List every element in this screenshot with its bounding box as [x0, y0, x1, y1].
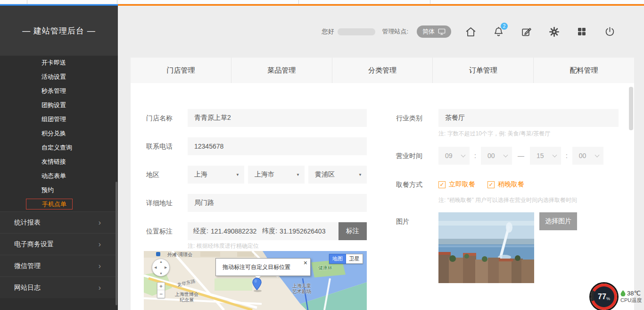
apps-grid-icon[interactable]: [576, 25, 588, 38]
cpu-usage-gauge: 77%: [591, 284, 617, 310]
location-label: 位置标注: [146, 222, 173, 240]
sidebar-item[interactable]: 秒杀管理: [0, 84, 118, 98]
industry-note: 注: 字数不超过10个字，例: 美食/粤菜/茶餐厅: [438, 130, 550, 138]
topbar: 您好 管理站点: 简体 2: [118, 6, 644, 58]
sidebar-item[interactable]: 动态表单: [0, 169, 118, 183]
pan-right-icon: ▶: [165, 266, 167, 269]
sidebar-section-wechat[interactable]: 微信管理 ›: [0, 255, 118, 276]
map-type-satellite-button[interactable]: 卫星: [346, 254, 363, 264]
sidebar-section-logs[interactable]: 网站日志 ›: [0, 276, 118, 298]
pickup-later-checkbox[interactable]: ✓: [487, 181, 495, 188]
chevron-down-icon: [461, 153, 466, 158]
city-select[interactable]: 上海市▼: [248, 166, 305, 184]
sidebar-item[interactable]: 组团管理: [0, 112, 118, 126]
sidebar-item[interactable]: 积分兑换: [0, 126, 118, 141]
sidebar-item-active[interactable]: 手机点单: [0, 197, 118, 211]
home-icon[interactable]: [464, 25, 477, 38]
phone-label: 联系电话: [146, 137, 173, 155]
cpu-temperature: 38℃: [627, 290, 641, 297]
notification-badge: 2: [501, 23, 508, 30]
store-photo: [438, 212, 534, 283]
province-select[interactable]: 上海▼: [188, 166, 244, 184]
chevron-down-icon: [552, 153, 557, 158]
map-label-park: 健康林: [318, 265, 332, 271]
tabbar: 门店管理 菜品管理 分类管理 订单管理 配料管理: [131, 58, 634, 83]
main-content: 门店名称 青青原上草2 联系电话 12345678 地区 上海▼ 上海市▼ 黄浦…: [131, 83, 634, 310]
business-hours-label: 营业时间: [396, 147, 422, 165]
cpu-gauge-widget: 77% 38℃ CPU温度: [591, 284, 642, 310]
mark-location-button[interactable]: 标注: [339, 222, 367, 240]
tab-order-management[interactable]: 订单管理: [433, 58, 534, 83]
map-pan-control[interactable]: ▲ ▼ ◀ ▶: [152, 259, 170, 276]
sidebar-item[interactable]: 自定义查询: [0, 141, 118, 155]
end-hour-select[interactable]: 15: [530, 147, 561, 165]
browser-chrome-strip: [0, 0, 644, 4]
sidebar-title: — 建站管理后台 —: [0, 6, 118, 56]
zoom-in-button[interactable]: +: [157, 283, 165, 290]
map-label-expo: 上海世博会纪念展: [168, 292, 205, 303]
store-name-label: 门店名称: [146, 109, 173, 127]
settings-gear-icon[interactable]: [548, 25, 560, 38]
tab-store-management[interactable]: 门店管理: [131, 58, 231, 83]
business-hours-row: 09 : 00 — 15 : 00: [438, 147, 603, 165]
sidebar-section-ecommerce[interactable]: 电子商务设置 ›: [0, 233, 118, 255]
sidebar-item[interactable]: 友情链接: [0, 155, 118, 169]
sidebar-section-reports[interactable]: 统计报表 ›: [0, 211, 118, 233]
tab-ingredient-management[interactable]: 配料管理: [534, 58, 634, 83]
caret-down-icon: ▼: [236, 173, 239, 177]
phone-input[interactable]: 12345678: [188, 137, 367, 155]
choose-image-button[interactable]: 选择图片: [539, 212, 577, 230]
cpu-percent: 77: [598, 293, 606, 301]
sidebar-item[interactable]: 活动设置: [0, 70, 118, 84]
sidebar: — 建站管理后台 — 开卡即送 活动设置 秒杀管理 团购设置 组团管理 积分兑换…: [0, 6, 118, 310]
chevron-right-icon: ›: [99, 255, 101, 276]
greeting-text: 您好: [322, 27, 334, 36]
address-input[interactable]: 局门路: [188, 194, 367, 212]
map-marker-tooltip: 拖动标注可自定义目标位置 ×: [215, 258, 311, 276]
industry-input[interactable]: 茶餐厅: [438, 109, 619, 127]
photo-label: 图片: [396, 212, 409, 230]
power-icon[interactable]: [603, 25, 616, 38]
store-name-input[interactable]: 青青原上草2: [188, 109, 367, 127]
pickup-options-row: ✓ 立即取餐 ✓ 稍晚取餐: [438, 176, 524, 193]
region-label: 地区: [146, 166, 159, 184]
sidebar-item[interactable]: 预约: [0, 183, 118, 197]
username-redacted: [338, 28, 375, 35]
district-select[interactable]: 黄浦区▼: [308, 166, 367, 184]
monitor-icon: [438, 28, 446, 35]
chevron-right-icon: ›: [99, 234, 101, 255]
compose-edit-icon[interactable]: [520, 25, 532, 38]
chevron-right-icon: ›: [99, 277, 101, 298]
coordinates-input[interactable]: 经度: 121.490882232 纬度: 31.1952626403: [188, 222, 339, 240]
map-marker-pin[interactable]: [252, 277, 262, 293]
pickup-later-label[interactable]: 稍晚取餐: [498, 180, 524, 189]
tooltip-close-icon[interactable]: ×: [304, 260, 307, 266]
map-type-map-button[interactable]: 地图: [329, 254, 346, 264]
start-hour-select[interactable]: 09: [438, 147, 470, 165]
sidebar-menu: 开卡即送 活动设置 秒杀管理 团购设置 组团管理 积分兑换 自定义查询 友情链接…: [0, 56, 118, 211]
location-note: 注: 根据经纬度进行精确定位: [188, 242, 259, 250]
end-minute-select[interactable]: 00: [572, 147, 603, 165]
caret-down-icon: ▼: [358, 173, 362, 177]
sidebar-item[interactable]: 团购设置: [0, 98, 118, 112]
address-label: 详细地址: [146, 194, 173, 212]
sidebar-scrollbar[interactable]: [116, 182, 117, 305]
pickup-now-checkbox[interactable]: ✓: [438, 181, 446, 188]
content-scrollbar[interactable]: [629, 87, 633, 130]
caret-down-icon: ▼: [296, 173, 300, 177]
sidebar-item[interactable]: 开卡即送: [0, 56, 118, 70]
chevron-right-icon: ›: [99, 212, 101, 233]
notifications-bell-icon[interactable]: 2: [492, 25, 504, 38]
pan-up-icon: ▲: [159, 260, 163, 263]
tab-category-management[interactable]: 分类管理: [332, 58, 433, 83]
zoom-out-button[interactable]: −: [157, 290, 165, 298]
tab-dish-management[interactable]: 菜品管理: [231, 58, 332, 83]
language-button[interactable]: 简体: [417, 25, 451, 38]
manage-site-label: 管理站点:: [382, 27, 408, 36]
map-label-bund: 外滩·湾璟会: [167, 252, 192, 258]
start-minute-select[interactable]: 00: [481, 147, 512, 165]
longitude-value: 121.490882232: [211, 227, 256, 235]
map-canvas[interactable]: 外滩·湾璟会 龙华东路 上海世博会纪念展 上海儿童艺术剧场 健康林 ▲ ▼ ◀ …: [144, 251, 367, 310]
pickup-now-label[interactable]: 立即取餐: [449, 180, 475, 189]
chevron-down-icon: [594, 153, 599, 158]
